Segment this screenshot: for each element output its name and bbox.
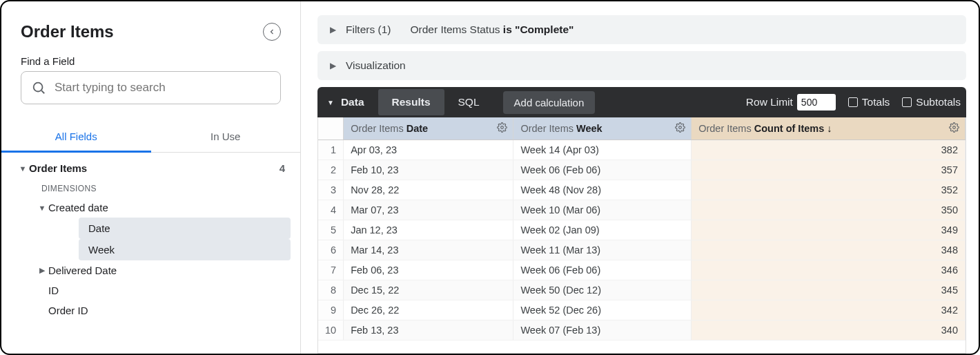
table-row[interactable]: 3Nov 28, 22Week 48 (Nov 28)352 xyxy=(318,180,966,200)
totals-label: Totals xyxy=(862,96,890,108)
cell-count: 340 xyxy=(692,320,966,340)
totals-checkbox[interactable]: Totals xyxy=(848,96,890,108)
gear-icon[interactable] xyxy=(949,122,959,135)
main-area: ▶ Filters (1) Order Items Status is "Com… xyxy=(301,1,979,354)
tree-item-label: ID xyxy=(48,285,59,296)
table-row[interactable]: 10Feb 13, 23Week 07 (Feb 13)340 xyxy=(318,320,966,340)
filter-summary: Order Items Status is "Complete" xyxy=(410,23,574,36)
tree-item-created-date[interactable]: ▼ Created date xyxy=(30,198,291,218)
tab-all-fields[interactable]: All Fields xyxy=(1,121,151,152)
cell-rownum: 2 xyxy=(318,160,344,180)
caret-right-icon: ▶ xyxy=(36,266,48,275)
caret-down-icon: ▼ xyxy=(327,99,334,106)
row-limit-input[interactable] xyxy=(797,94,836,111)
tree-item-label: Order ID xyxy=(48,305,88,316)
visualization-panel[interactable]: ▶ Visualization xyxy=(317,51,966,80)
data-dropdown[interactable]: ▼ Data xyxy=(327,96,364,108)
sidebar-title: Order Items xyxy=(21,22,114,41)
search-input[interactable] xyxy=(55,81,271,95)
caret-down-icon: ▼ xyxy=(17,164,29,173)
table-row[interactable]: 5Jan 12, 23Week 02 (Jan 09)349 xyxy=(318,220,966,240)
column-prefix: Order Items xyxy=(520,123,576,134)
row-limit-label: Row Limit xyxy=(746,96,793,108)
cell-count: 342 xyxy=(692,300,966,320)
caret-right-icon: ▶ xyxy=(330,61,336,70)
table-row[interactable]: 6Mar 14, 23Week 11 (Mar 13)348 xyxy=(318,240,966,260)
visualization-label: Visualization xyxy=(346,59,406,72)
add-calculation-button[interactable]: Add calculation xyxy=(503,91,596,114)
subtotals-label: Subtotals xyxy=(916,96,961,108)
chevron-left-icon xyxy=(268,28,276,36)
filter-summary-pre: Order Items Status xyxy=(410,23,502,35)
results-table: Order Items Date Order Items Week Order … xyxy=(318,117,966,340)
cell-date: Mar 07, 23 xyxy=(344,200,513,220)
svg-point-0 xyxy=(34,83,43,92)
field-week[interactable]: Week xyxy=(79,239,291,260)
cell-rownum: 7 xyxy=(318,260,344,280)
table-row[interactable]: 7Feb 06, 23Week 06 (Feb 06)346 xyxy=(318,260,966,280)
column-main: Date xyxy=(406,123,428,134)
column-main: Count of Items xyxy=(754,123,825,134)
gear-icon[interactable] xyxy=(497,122,507,135)
tab-in-use[interactable]: In Use xyxy=(151,121,301,152)
column-count[interactable]: Order Items Count of Items↓ xyxy=(692,117,966,140)
tab-results[interactable]: Results xyxy=(378,89,444,115)
cell-date: Feb 06, 23 xyxy=(344,260,513,280)
cell-week: Week 52 (Dec 26) xyxy=(513,300,692,320)
tree-item-label: Delivered Date xyxy=(48,265,117,276)
search-box[interactable] xyxy=(21,71,281,104)
cell-week: Week 48 (Nov 28) xyxy=(513,180,692,200)
filters-panel[interactable]: ▶ Filters (1) Order Items Status is "Com… xyxy=(317,15,966,44)
table-row[interactable]: 1Apr 03, 23Week 14 (Apr 03)382 xyxy=(318,140,966,160)
table-row[interactable]: 4Mar 07, 23Week 10 (Mar 06)350 xyxy=(318,200,966,220)
find-field-label: Find a Field xyxy=(1,48,300,71)
table-row[interactable]: 8Dec 15, 22Week 50 (Dec 12)345 xyxy=(318,280,966,300)
cell-rownum: 1 xyxy=(318,140,344,160)
dimensions-label: DIMENSIONS xyxy=(11,178,291,198)
sort-desc-icon: ↓ xyxy=(827,123,832,134)
column-main: Week xyxy=(576,123,602,134)
caret-down-icon: ▼ xyxy=(36,204,48,212)
column-week[interactable]: Order Items Week xyxy=(513,117,692,140)
cell-week: Week 10 (Mar 06) xyxy=(513,200,692,220)
column-date[interactable]: Order Items Date xyxy=(344,117,513,140)
cell-date: Nov 28, 22 xyxy=(344,180,513,200)
subtotals-checkbox[interactable]: Subtotals xyxy=(902,96,961,108)
table-row[interactable]: 2Feb 10, 23Week 06 (Feb 06)357 xyxy=(318,160,966,180)
cell-date: Feb 10, 23 xyxy=(344,160,513,180)
cell-rownum: 10 xyxy=(318,320,344,340)
cell-date: Mar 14, 23 xyxy=(344,240,513,260)
checkbox-icon xyxy=(902,97,912,107)
field-id[interactable]: ID xyxy=(30,280,291,300)
cell-week: Week 06 (Feb 06) xyxy=(513,160,692,180)
cell-rownum: 6 xyxy=(318,240,344,260)
cell-date: Apr 03, 23 xyxy=(344,140,513,160)
field-order-id[interactable]: Order ID xyxy=(30,300,291,320)
cell-count: 348 xyxy=(692,240,966,260)
tab-sql[interactable]: SQL xyxy=(444,89,493,115)
cell-count: 346 xyxy=(692,260,966,280)
cell-date: Dec 15, 22 xyxy=(344,280,513,300)
cell-rownum: 9 xyxy=(318,300,344,320)
data-label: Data xyxy=(341,96,364,108)
cell-week: Week 50 (Dec 12) xyxy=(513,280,692,300)
field-date[interactable]: Date xyxy=(79,218,291,239)
tree-item-label: Created date xyxy=(48,202,108,213)
cell-date: Dec 26, 22 xyxy=(344,300,513,320)
gear-icon[interactable] xyxy=(675,122,685,135)
search-icon xyxy=(31,80,46,95)
tree-section-label: Order Items xyxy=(29,162,87,174)
cell-rownum: 3 xyxy=(318,180,344,200)
collapse-sidebar-button[interactable] xyxy=(263,23,281,41)
svg-point-2 xyxy=(501,126,504,129)
tree-section-order-items[interactable]: ▼ Order Items 4 xyxy=(11,158,291,178)
svg-point-3 xyxy=(679,126,682,129)
cell-date: Jan 12, 23 xyxy=(344,220,513,240)
cell-week: Week 06 (Feb 06) xyxy=(513,260,692,280)
checkbox-icon xyxy=(848,97,858,107)
cell-week: Week 14 (Apr 03) xyxy=(513,140,692,160)
cell-week: Week 07 (Feb 13) xyxy=(513,320,692,340)
table-row[interactable]: 9Dec 26, 22Week 52 (Dec 26)342 xyxy=(318,300,966,320)
tree-item-delivered-date[interactable]: ▶ Delivered Date xyxy=(30,260,291,280)
cell-rownum: 5 xyxy=(318,220,344,240)
